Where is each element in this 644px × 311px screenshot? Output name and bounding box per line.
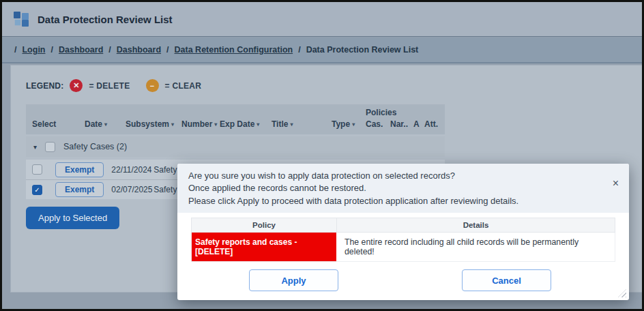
breadcrumb: / Login / Dashboard / Dashboard / Data R… xyxy=(2,38,642,63)
exempt-button[interactable]: Exempt xyxy=(55,162,104,177)
group-row-label: Safety Cases (2) xyxy=(63,142,127,151)
breadcrumb-separator: / xyxy=(51,45,53,55)
column-header-title[interactable]: Title▾ xyxy=(272,119,332,129)
modal-message-line: Please click Apply to proceed with data … xyxy=(188,195,598,207)
clear-circle-icon: − xyxy=(146,79,159,92)
legend-label: LEGEND: xyxy=(26,81,63,91)
apply-to-selected-button[interactable]: Apply to Selected xyxy=(26,207,119,229)
modal-message-line: Are you sure you wish to apply data prot… xyxy=(188,170,598,182)
column-label: Date xyxy=(85,119,102,129)
modal-table-row: Safety reports and cases - [DELETE] The … xyxy=(191,233,615,262)
breadcrumb-current-page: Data Protection Review List xyxy=(306,45,419,55)
column-header-number[interactable]: Number▾ xyxy=(181,119,220,129)
row-subsystem: Safety xyxy=(153,165,177,175)
x-glyph: ✕ xyxy=(73,81,79,90)
breadcrumb-link-data-retention-configuration[interactable]: Data Retention Configuration xyxy=(175,45,293,55)
breadcrumb-separator: / xyxy=(166,45,169,55)
breadcrumb-link-login[interactable]: Login xyxy=(22,45,45,55)
breadcrumb-separator: / xyxy=(298,45,300,55)
column-header-a: A xyxy=(413,119,424,129)
app-logo-icon xyxy=(14,12,29,27)
column-header-select: Select xyxy=(26,119,85,129)
sort-caret-icon[interactable]: ▾ xyxy=(104,121,107,128)
sort-caret-icon[interactable]: ▾ xyxy=(214,121,217,128)
policy-details-cell: The entire record including all child re… xyxy=(336,233,615,261)
modal-policy-table: Policy Details Safety reports and cases … xyxy=(191,218,615,262)
legend-clear-text: = CLEAR xyxy=(165,81,202,91)
breadcrumb-link-dashboard-2[interactable]: Dashboard xyxy=(117,45,161,55)
row-date: 22/11/2024 xyxy=(111,165,153,175)
apply-button[interactable]: Apply xyxy=(249,269,338,291)
legend-delete-text: = DELETE xyxy=(89,81,130,91)
table-header: Policies Select Date▾ Subsystem▾ Number▾… xyxy=(26,104,445,134)
delete-circle-icon: ✕ xyxy=(70,79,83,92)
sort-caret-icon[interactable]: ▾ xyxy=(290,121,293,128)
close-icon[interactable]: × xyxy=(613,178,619,189)
row-date: 02/07/2025 xyxy=(111,185,153,194)
breadcrumb-separator: / xyxy=(14,45,16,55)
column-header-exp-date[interactable]: Exp Date▾ xyxy=(220,119,272,129)
breadcrumb-link-dashboard-1[interactable]: Dashboard xyxy=(59,45,103,55)
legend: LEGEND: ✕ = DELETE − = CLEAR xyxy=(26,79,642,92)
policies-group-header: Policies xyxy=(366,108,445,119)
app-header: Data Protection Review List xyxy=(2,2,642,37)
group-expand-caret-icon[interactable]: ▾ xyxy=(33,143,37,151)
column-header-nar: Nar.. xyxy=(390,119,413,129)
row-subsystem: Safety xyxy=(153,185,177,194)
cancel-button[interactable]: Cancel xyxy=(462,269,551,291)
sort-caret-icon[interactable]: ▾ xyxy=(171,121,174,128)
modal-message: Are you sure you wish to apply data prot… xyxy=(177,164,629,213)
minus-glyph: − xyxy=(150,82,154,90)
confirmation-modal: Are you sure you wish to apply data prot… xyxy=(177,164,629,300)
column-label: Subsystem xyxy=(126,119,169,129)
exempt-button[interactable]: Exempt xyxy=(55,182,104,197)
column-header-date[interactable]: Date▾ xyxy=(85,119,126,129)
breadcrumb-separator: / xyxy=(108,45,111,55)
column-header-subsystem[interactable]: Subsystem▾ xyxy=(126,119,181,129)
policy-delete-cell: Safety reports and cases - [DELETE] xyxy=(192,233,336,261)
row-select-checkbox[interactable]: ✓ xyxy=(32,185,42,195)
group-select-checkbox[interactable] xyxy=(45,142,55,152)
page-title: Data Protection Review List xyxy=(38,14,173,25)
modal-table-header: Policy Details xyxy=(191,218,615,233)
column-label: Title xyxy=(272,119,288,129)
modal-column-details: Details xyxy=(336,218,615,232)
column-label: Exp Date xyxy=(220,119,254,129)
row-select-checkbox[interactable] xyxy=(32,164,42,175)
modal-message-line: Once applied the records cannot be resto… xyxy=(188,182,598,194)
column-label: Type xyxy=(332,119,350,129)
column-header-att: Att. xyxy=(424,119,445,129)
screenshot-frame: Data Protection Review List / Login / Da… xyxy=(0,0,644,311)
resize-handle[interactable] xyxy=(618,289,626,297)
column-header-type[interactable]: Type▾ xyxy=(332,119,366,129)
column-header-cas: Cas. xyxy=(366,119,390,129)
modal-column-policy: Policy xyxy=(192,218,336,232)
check-icon: ✓ xyxy=(34,186,40,194)
column-label: Number xyxy=(181,119,212,129)
sort-caret-icon[interactable]: ▾ xyxy=(257,121,259,128)
group-row-safety-cases: ▾ Safety Cases (2) xyxy=(26,136,445,157)
sort-caret-icon[interactable]: ▾ xyxy=(352,121,355,128)
